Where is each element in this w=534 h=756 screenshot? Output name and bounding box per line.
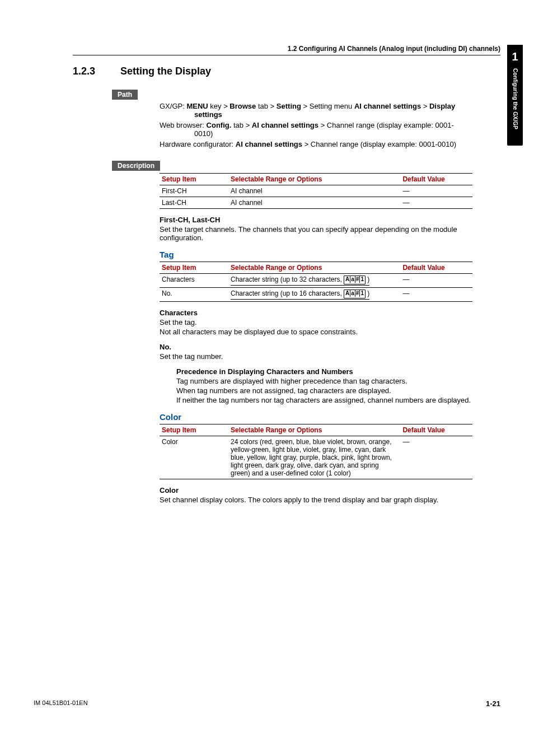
chapter-number: 1: [507, 50, 523, 63]
section-number: 1.2.3: [73, 66, 120, 77]
path-line-1: GX/GP: MENU key > Browse tab > Setting >…: [160, 102, 472, 110]
th-default: Default Value: [400, 424, 472, 436]
keycap-icon: Aa#1: [344, 276, 366, 284]
tag-heading: Tag: [160, 250, 472, 259]
footer-page-number: 1-21: [486, 699, 500, 708]
th-setup-item: Setup Item: [160, 174, 228, 185]
footer-doc-id: IM 04L51B01-01EN: [34, 699, 88, 708]
table-row: Characters Character string (up to 32 ch…: [160, 274, 472, 288]
firstlast-heading: First-CH, Last-CH: [160, 216, 472, 224]
th-default: Default Value: [400, 262, 472, 274]
precedence-l1: Tag numbers are displayed with higher pr…: [176, 377, 472, 385]
tag-table: Setup Item Selectable Range or Options D…: [160, 262, 472, 302]
color-sub-heading: Color: [160, 486, 472, 494]
page-footer: IM 04L51B01-01EN 1-21: [34, 699, 500, 708]
path-line-2: Web browser: Config. tab > AI channel se…: [160, 121, 472, 129]
table-row: No. Character string (up to 16 character…: [160, 288, 472, 302]
firstlast-body: Set the target channels. The channels th…: [160, 225, 472, 242]
th-options: Selectable Range or Options: [228, 424, 400, 436]
precedence-heading: Precedence in Displaying Characters and …: [176, 367, 472, 376]
path-line-1b: settings: [194, 110, 472, 119]
characters-l2: Not all characters may be displayed due …: [160, 328, 472, 336]
no-heading: No.: [160, 343, 472, 351]
table-row: Last-CHAI channel—: [160, 197, 472, 209]
th-setup-item: Setup Item: [160, 424, 228, 436]
path-line-2b: 0010): [194, 129, 472, 138]
section-title: Setting the Display: [120, 66, 211, 77]
table-row: Color 24 colors (red, green, blue, blue …: [160, 436, 472, 479]
description-table: Setup Item Selectable Range or Options D…: [160, 173, 472, 209]
chapter-side-text: Configuring the GX/GP: [512, 68, 518, 129]
description-label: Description: [112, 161, 160, 171]
precedence-l3: If neither the tag numbers nor tag chara…: [176, 396, 472, 404]
chapter-side-tab: 1 Configuring the GX/GP: [507, 45, 523, 146]
precedence-l2: When tag numbers are not assigned, tag c…: [176, 386, 472, 395]
no-l1: Set the tag number.: [160, 352, 472, 361]
color-sub-body: Set channel display colors. The colors a…: [160, 496, 472, 504]
characters-heading: Characters: [160, 309, 472, 317]
th-options: Selectable Range or Options: [228, 174, 400, 185]
table-row: First-CHAI channel—: [160, 185, 472, 197]
color-heading: Color: [160, 412, 472, 422]
th-options: Selectable Range or Options: [228, 262, 400, 274]
color-table: Setup Item Selectable Range or Options D…: [160, 424, 472, 479]
keycap-icon: Aa#1: [344, 290, 366, 298]
page-header: 1.2 Configuring AI Channels (Analog inpu…: [73, 45, 500, 55]
path-label: Path: [112, 90, 138, 100]
path-line-3: Hardware configurator: AI channel settin…: [160, 140, 472, 148]
th-setup-item: Setup Item: [160, 262, 228, 274]
th-default: Default Value: [400, 174, 472, 185]
characters-l1: Set the tag.: [160, 318, 472, 326]
